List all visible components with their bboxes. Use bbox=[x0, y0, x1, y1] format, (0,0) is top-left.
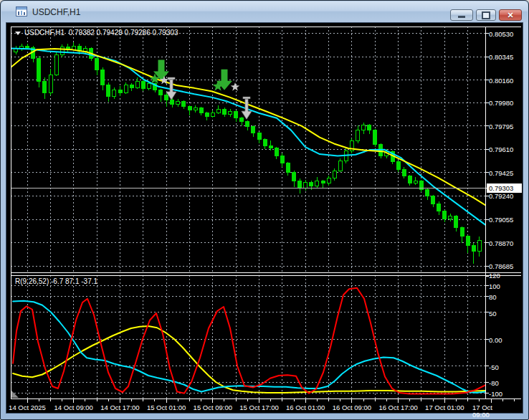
star-signal-icon bbox=[231, 82, 239, 91]
time-axis-label: 16 Oct 09:00 bbox=[333, 404, 371, 411]
candle bbox=[466, 237, 470, 245]
candle bbox=[327, 178, 330, 183]
candle bbox=[216, 109, 220, 113]
candle bbox=[182, 102, 186, 107]
dropdown-arrow-icon[interactable] bbox=[15, 32, 21, 35]
candle bbox=[101, 70, 105, 85]
candle bbox=[414, 181, 417, 183]
candle bbox=[159, 90, 163, 95]
candle bbox=[292, 172, 296, 181]
price-axis-label: 0.80345 bbox=[489, 54, 513, 61]
main-plot[interactable] bbox=[11, 27, 485, 272]
candle bbox=[49, 75, 52, 93]
candle bbox=[454, 216, 458, 228]
candle bbox=[176, 102, 180, 105]
indicator-axis-label: -100 bbox=[489, 391, 502, 398]
time-axis-label: 14 Oct 17:00 bbox=[100, 404, 139, 411]
candle bbox=[205, 113, 209, 116]
candle bbox=[211, 113, 214, 116]
candle bbox=[43, 81, 47, 92]
candle bbox=[54, 54, 58, 75]
candle bbox=[396, 162, 400, 170]
candle bbox=[280, 156, 284, 163]
candle bbox=[437, 204, 441, 211]
indicator-plot[interactable] bbox=[11, 275, 485, 398]
candle bbox=[263, 139, 267, 145]
candle bbox=[368, 125, 371, 130]
candle bbox=[472, 245, 475, 252]
candle bbox=[234, 112, 238, 118]
candle bbox=[408, 176, 411, 183]
indicator-axis-label: 50 bbox=[489, 310, 497, 318]
time-axis-label: 16 Oct 01:00 bbox=[286, 404, 325, 411]
candle bbox=[338, 161, 342, 171]
candle bbox=[188, 107, 191, 110]
candle bbox=[362, 125, 366, 130]
panel-resize-grip[interactable] bbox=[11, 391, 19, 398]
indicator-label: R(9,26,52) -6.7 87.1 -37.1 bbox=[15, 277, 97, 285]
price-axis-label: 0.79980 bbox=[489, 100, 513, 107]
candle bbox=[194, 108, 197, 110]
candle bbox=[356, 130, 360, 140]
chart-header: USDCHF,H1 0.79382 0.79429 0.79286 0.7930… bbox=[15, 29, 178, 37]
candle bbox=[124, 85, 128, 93]
price-axis-label: 0.79425 bbox=[489, 170, 513, 177]
candle bbox=[171, 100, 174, 104]
price-axis-label: 0.79055 bbox=[489, 216, 513, 224]
candle bbox=[426, 190, 429, 196]
candle bbox=[321, 181, 325, 183]
current-price-tag: 0.79303 bbox=[487, 183, 522, 193]
candle bbox=[130, 85, 133, 88]
chart-window: USDCHF,H1 ✕ USDCHF,H1 0.79382 0.79429 0.… bbox=[0, 0, 529, 420]
price-axis-label: 0.78870 bbox=[489, 240, 513, 247]
candle bbox=[118, 90, 122, 93]
candle bbox=[257, 133, 261, 139]
candle bbox=[373, 130, 377, 144]
candle bbox=[315, 181, 319, 186]
candle bbox=[460, 227, 464, 236]
candle bbox=[252, 127, 255, 133]
candle bbox=[333, 171, 336, 178]
candle bbox=[95, 59, 99, 70]
candle bbox=[443, 211, 447, 219]
time-axis-label: 14 Oct 09:00 bbox=[54, 404, 92, 411]
time-axis-label: 15 Oct 09:00 bbox=[194, 404, 232, 411]
time-axis-label: 16 Oct 17:00 bbox=[378, 404, 417, 411]
price-axis-label: 0.79240 bbox=[489, 193, 513, 200]
candle bbox=[84, 49, 87, 52]
price-axis-label: 0.79795 bbox=[489, 123, 513, 130]
candle bbox=[223, 109, 227, 114]
candle bbox=[246, 122, 249, 127]
time-axis-label: 15 Oct 01:00 bbox=[147, 404, 186, 411]
candle bbox=[141, 81, 145, 89]
candle bbox=[269, 145, 272, 148]
candle bbox=[304, 182, 308, 188]
chart-canvas[interactable] bbox=[1, 1, 529, 420]
candle bbox=[402, 170, 406, 176]
time-axis-label: 14 Oct 2025 bbox=[9, 404, 46, 411]
time-axis-label: 17 Oct 01:00 bbox=[425, 404, 464, 411]
candle bbox=[60, 47, 64, 55]
indicator-axis-label: 80 bbox=[489, 294, 497, 301]
price-axis-label: 0.80530 bbox=[489, 31, 513, 38]
indicator-axis-label: -50 bbox=[489, 364, 499, 371]
candle bbox=[135, 81, 139, 87]
time-axis-label: 17 Oct 09:00 bbox=[472, 404, 510, 419]
candle bbox=[298, 181, 302, 188]
indicator-axis-label: 100 bbox=[489, 283, 500, 290]
header-ohlc: 0.79382 0.79429 0.79286 0.79303 bbox=[69, 29, 178, 37]
price-axis-label: 0.80160 bbox=[489, 77, 513, 85]
candle bbox=[229, 112, 232, 115]
candle bbox=[240, 118, 244, 121]
candle bbox=[477, 240, 481, 252]
candle bbox=[432, 196, 435, 204]
price-axis-label: 0.79610 bbox=[489, 146, 513, 153]
candle bbox=[275, 148, 278, 156]
price-axis-label: 0.78685 bbox=[489, 263, 513, 270]
candle bbox=[37, 59, 41, 82]
candle bbox=[26, 46, 29, 48]
candle bbox=[107, 85, 110, 97]
candle bbox=[165, 95, 168, 100]
candle bbox=[310, 182, 313, 186]
indicator-axis-label: -80 bbox=[489, 380, 499, 387]
